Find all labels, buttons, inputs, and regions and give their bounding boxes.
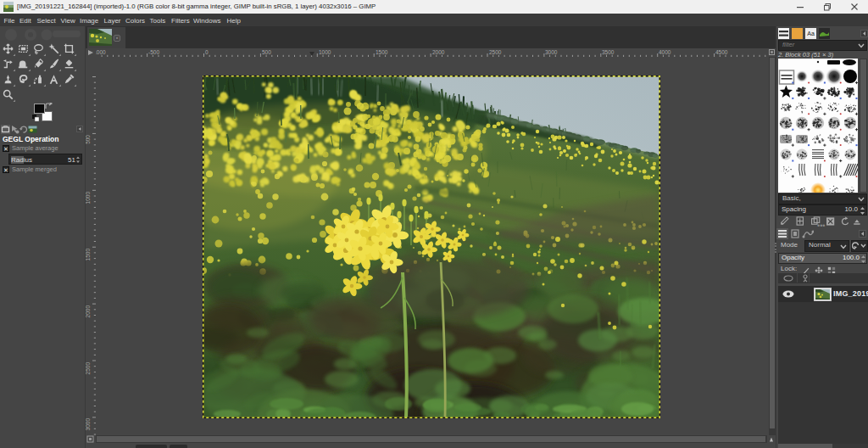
svg-text:4000: 4000 <box>659 49 671 55</box>
svg-text:-1000: -1000 <box>96 49 106 55</box>
svg-text:500: 500 <box>262 49 271 55</box>
svg-text:3000: 3000 <box>545 49 558 55</box>
svg-text:1000: 1000 <box>86 192 91 204</box>
svg-text:2500: 2500 <box>86 362 91 375</box>
svg-text:2000: 2000 <box>432 49 445 55</box>
svg-text:4500: 4500 <box>715 49 728 55</box>
svg-text:500: 500 <box>86 135 91 144</box>
svg-text:3500: 3500 <box>602 49 615 55</box>
svg-text:-500: -500 <box>148 49 159 55</box>
svg-text:3000: 3000 <box>86 418 91 431</box>
svg-text:1500: 1500 <box>86 249 91 261</box>
svg-text:2000: 2000 <box>86 305 91 318</box>
svg-text:2500: 2500 <box>489 49 502 55</box>
svg-text:0: 0 <box>205 49 209 55</box>
svg-text:1000: 1000 <box>319 49 331 55</box>
svg-text:1500: 1500 <box>376 49 388 55</box>
